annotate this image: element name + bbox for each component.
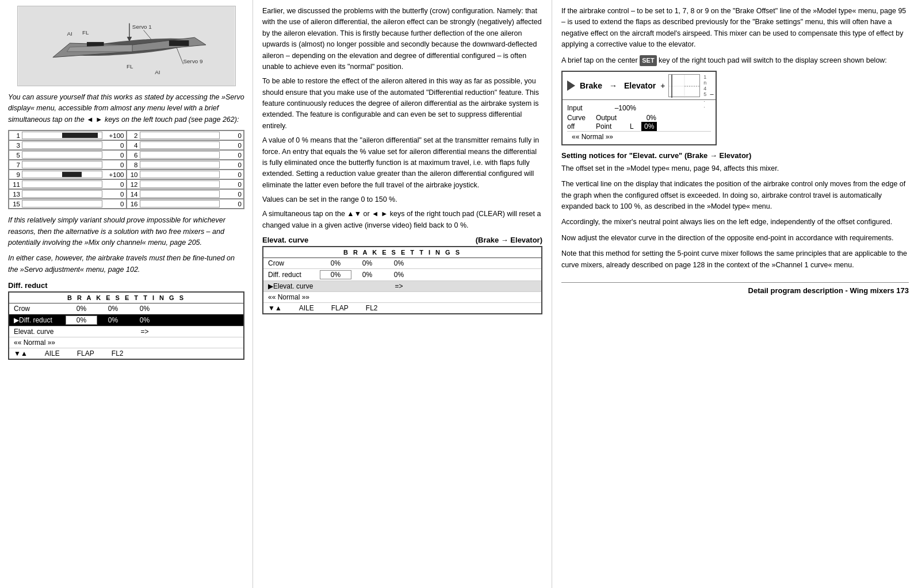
- normal-row-1: «« Normal »»: [9, 337, 243, 348]
- brake-footer-1: ▼▲ AILE FLAP FL2: [9, 348, 243, 359]
- alternative-text: If this relatively simply variant should…: [8, 215, 244, 248]
- graph-minus: –: [710, 90, 713, 97]
- servo-cell-13: 13 0: [9, 189, 127, 199]
- servo-cell-9: 9 +100: [9, 170, 127, 179]
- servo-bar-11: [22, 180, 102, 188]
- brake-settings-box-1: B R A K E S E T T I N G S Crow 0% 0% 0% …: [8, 291, 244, 360]
- offset-text: The offset set in the »Model type« menu,…: [561, 163, 909, 174]
- servo-num-11: 11: [11, 181, 20, 188]
- normal-row-mixer: «« Normal »»: [567, 131, 711, 142]
- mid-column: Earlier, we discussed the problems with …: [253, 0, 552, 588]
- servo-num-12: 12: [129, 181, 138, 188]
- servo-pct-6: 0: [221, 152, 242, 159]
- servo-pct-16: 0: [221, 201, 242, 207]
- svg-text:AI: AI: [155, 69, 160, 75]
- servo-num-9: 9: [11, 171, 20, 178]
- servo-bar-6: [140, 151, 220, 159]
- mid-para-2: To be able to restore the effect of the …: [262, 76, 542, 132]
- mixer-display-header: Brake → Elevator +: [563, 72, 716, 100]
- servo-pct-14: 0: [221, 191, 242, 198]
- crow-label-1: Crow: [14, 305, 66, 313]
- servo-pct-13: 0: [104, 191, 124, 198]
- svg-text:AI: AI: [67, 30, 72, 37]
- curve-output-row: Curve Output 0%: [567, 114, 711, 122]
- point-label: Point: [596, 122, 628, 130]
- svg-text:FL: FL: [126, 63, 133, 70]
- brake-box-title-1: B R A K E S E T T I N G S: [9, 293, 243, 303]
- diff-val3-1: 0%: [129, 316, 160, 324]
- tap-text-before: A brief tap on the center: [561, 56, 638, 64]
- servo-bar-7: [22, 161, 102, 168]
- normal-label-mixer: «« Normal »»: [572, 133, 613, 141]
- footer-flap-2: FLAP: [331, 304, 349, 312]
- servo-pct-7: 0: [104, 162, 124, 168]
- crow-label-2: Crow: [268, 259, 320, 267]
- output-label: Output: [596, 114, 628, 122]
- diff-label-2: Diff. reduct: [268, 271, 320, 279]
- servo-pct-5: 0: [104, 152, 124, 159]
- mid-para-1: Earlier, we discussed the problems with …: [262, 6, 542, 72]
- servo-num-16: 16: [129, 201, 138, 207]
- servo-cell-8: 8 0: [127, 160, 244, 170]
- svg-text:FL: FL: [82, 29, 89, 36]
- right-intro-text: If the airbrake control – to be set to 1…: [561, 6, 909, 51]
- footer-fl2-2: FL2: [366, 304, 378, 312]
- mixer-triangle-icon: [567, 80, 575, 91]
- servo-cell-2: 2 0: [127, 130, 244, 140]
- diff-val2-1: 0%: [97, 316, 129, 324]
- set-key-badge: SET: [640, 55, 656, 66]
- servo-bar-1: [22, 132, 102, 139]
- servo-pct-8: 0: [221, 162, 242, 168]
- mid-para-3: A value of 0 % means that the "aileron d…: [262, 135, 542, 191]
- servo-pct-4: 0: [221, 142, 242, 149]
- tap-text-after: key of the right touch pad will switch t…: [659, 56, 887, 64]
- brake-settings-box-2: B R A K E S E T T I N G S Crow 0% 0% 0% …: [262, 246, 542, 314]
- brake-footer-2: ▼▲ AILE FLAP FL2: [263, 302, 541, 313]
- brake-row-crow-1: Crow 0% 0% 0%: [9, 303, 243, 314]
- servo-bar-13: [22, 190, 102, 198]
- diff-val3-2: 0%: [383, 271, 415, 279]
- servo-cell-14: 14 0: [127, 189, 244, 199]
- servo-num-10: 10: [129, 171, 138, 178]
- servo-pct-3: 0: [104, 142, 124, 149]
- graph-scale: 1 n 4 5 . .: [703, 74, 706, 97]
- mixer-arrow-icon: →: [609, 81, 617, 90]
- servo-cell-16: 16 0: [127, 199, 244, 209]
- servo-cell-5: 5 0: [9, 150, 127, 160]
- diff-val1-2: 0%: [320, 270, 351, 279]
- off-point-row: off Point L 0%: [567, 122, 711, 131]
- elevat-arrow-1: =>: [129, 328, 160, 336]
- servo-num-6: 6: [129, 152, 138, 159]
- servo-num-4: 4: [129, 142, 138, 149]
- off-label: off: [567, 122, 596, 130]
- caption-text: You can assure yourself that this works …: [8, 92, 244, 125]
- mixer-graph-small: [668, 74, 700, 97]
- diff-val1-1: 0%: [66, 316, 97, 325]
- servo-pct-9: +100: [104, 171, 124, 178]
- servo-cell-12: 12 0: [127, 179, 244, 189]
- adjust-text: Now adjust the elevator curve in the dir…: [561, 233, 909, 244]
- svg-rect-5: [169, 40, 189, 46]
- note-text: Note that this method for setting the 5-…: [561, 248, 909, 271]
- servo-pct-12: 0: [221, 181, 242, 188]
- mid-para-5: A simultaneous tap on the ▲▼ or ◄ ► keys…: [262, 209, 542, 231]
- servo-num-7: 7: [11, 162, 20, 168]
- servo-bar-8: [140, 161, 220, 168]
- diff-reduct-heading: Diff. reduct: [8, 281, 244, 290]
- vertical-line-text: The vertical line on the display that in…: [561, 179, 909, 212]
- right-column: If the airbrake control – to be set to 1…: [552, 0, 918, 588]
- mixer-title-brake: Brake: [580, 81, 602, 90]
- point-l-label: L: [630, 122, 641, 130]
- mixer-title-elevator: Elevator: [624, 81, 656, 90]
- set-key-sentence: A brief tap on the center SET key of the…: [561, 55, 909, 66]
- svg-text:Servo 1: Servo 1: [132, 24, 151, 30]
- servo-num-3: 3: [11, 142, 20, 149]
- footer-aile-1: AILE: [45, 349, 60, 358]
- servo-pct-15: 0: [104, 201, 124, 207]
- fine-tune-text: In either case, however, the airbrake tr…: [8, 253, 244, 275]
- servo-cell-10: 10 0: [127, 170, 244, 179]
- normal-chevrons-1: «« Normal »»: [14, 339, 55, 347]
- normal-chevrons-2: «« Normal »»: [268, 293, 309, 301]
- crow-val1-2: 0%: [320, 259, 351, 267]
- elevat-arrow-2: =>: [383, 282, 415, 290]
